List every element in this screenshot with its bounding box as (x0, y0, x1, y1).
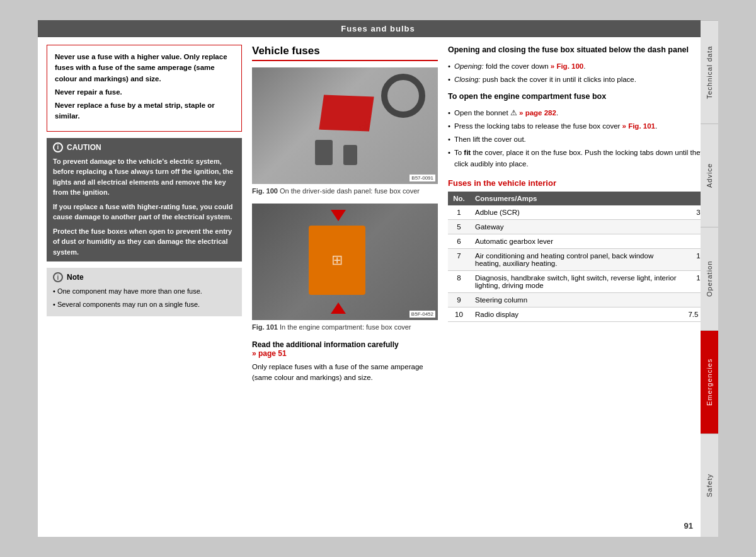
fig100-container: B57-0091 Fig. 100 On the driver-side das… (252, 67, 438, 196)
cell-no: 6 (448, 234, 470, 248)
engine-bullet-2: Press the locking tabs to release the fu… (448, 121, 709, 132)
table-row: 8Diagnosis, handbrake switch, light swit… (448, 270, 709, 292)
fig101-caption: Fig. 101 In the engine compartment: fuse… (252, 323, 438, 332)
note-box: i Note • One component may have more tha… (47, 268, 242, 316)
closing-text: push back the cover it in until it click… (483, 76, 636, 83)
tab-operation[interactable]: Operation (701, 227, 718, 330)
closing-prefix: Closing: (454, 76, 481, 83)
pedal-right-icon (343, 145, 357, 165)
fuses-interior-heading: Fuses in the vehicle interior (448, 178, 709, 188)
cell-consumer: Diagnosis, handbrake switch, light switc… (470, 270, 683, 292)
page-header: Fuses and bulbs (38, 20, 718, 37)
right-column: Opening and closing the fuse box situate… (448, 45, 709, 383)
fig100-caption-text: On the driver-side dash panel: fuse box … (280, 187, 420, 195)
engine-bullet-1: Open the bonnet ⚠ » page 282. (448, 108, 709, 118)
opening-bullet: Opening: fold the cover down » Fig. 100. (448, 61, 709, 72)
col-no: No. (448, 192, 470, 205)
read-more-section: Read the additional information carefull… (252, 340, 438, 358)
opening-closing-list: Opening: fold the cover down » Fig. 100.… (448, 61, 709, 86)
table-row: 9Steering column5 (448, 292, 709, 307)
fig100-link[interactable]: » Fig. 100 (551, 62, 583, 70)
table-row: 6Automatic gearbox lever5 (448, 234, 709, 248)
cell-no: 7 (448, 248, 470, 270)
tab-safety[interactable]: Safety (701, 434, 718, 537)
opening-closing-title: Opening and closing the fuse box situate… (448, 45, 709, 56)
fusebox-icon: ⊞ (331, 252, 343, 268)
cell-no: 9 (448, 292, 470, 307)
fig100-bsn: B57-0091 (410, 175, 435, 181)
arrow-up-icon (331, 302, 346, 314)
page-container: Fuses and bulbs Never use a fuse with a … (38, 20, 718, 537)
fig100-label: Fig. 100 (252, 187, 278, 195)
warning-bullet-1: Never use a fuse with a higher value. On… (55, 52, 234, 84)
header-title: Fuses and bulbs (341, 24, 415, 33)
vehicle-fuses-title: Vehicle fuses (252, 45, 438, 61)
fig101-bsn: B5F-0452 (410, 311, 435, 318)
page-body: Never use a fuse with a higher value. On… (38, 37, 718, 391)
middle-column: Vehicle fuses B57-0091 (252, 45, 438, 383)
fuse-table-body: 1Adblue (SCR)305Gateway56Automatic gearb… (448, 205, 709, 322)
body-text: Only replace fuses with a fuse of the sa… (252, 362, 438, 384)
warning-bullet-3: Never replace a fuse by a metal strip, s… (55, 100, 234, 122)
warning-box: Never use a fuse with a higher value. On… (47, 45, 242, 132)
note-p2: • Several components may run on a single… (53, 299, 236, 310)
note-title: i Note (53, 272, 236, 282)
table-row: 7Air conditioning and heating control pa… (448, 248, 709, 270)
cell-consumer: Automatic gearbox lever (470, 234, 683, 248)
cell-no: 1 (448, 205, 470, 220)
caution-box: i CAUTION To prevent damage to the vehic… (47, 138, 242, 262)
table-row: 5Gateway5 (448, 219, 709, 234)
engine-box-title: To open the engine compartment fuse box (448, 91, 709, 103)
arrow-down-icon (331, 210, 346, 221)
table-row: 10Radio display7.5 » (448, 307, 709, 321)
cell-consumer: Radio display (470, 307, 683, 321)
caution-label: CAUTION (67, 143, 101, 152)
cell-consumer: Adblue (SCR) (470, 205, 683, 220)
caution-p3: Protect the fuse boxes when open to prev… (53, 226, 236, 258)
opening-text: fold the cover down (486, 62, 551, 70)
table-header-row: No. Consumers/Amps (448, 192, 709, 205)
caution-title: i CAUTION (53, 142, 236, 152)
fig101-image: ⊞ B5F-0452 (252, 204, 438, 320)
fig100-caption: Fig. 100 On the driver-side dash panel: … (252, 187, 438, 196)
red-fuse-highlight (319, 95, 374, 132)
caution-p2: If you replace a fuse with higher-rating… (53, 202, 236, 222)
note-label: Note (67, 273, 84, 282)
cell-consumer: Gateway (470, 219, 683, 234)
opening-period: . (583, 62, 585, 70)
page-number: 91 (684, 521, 693, 531)
fig100-image: B57-0091 (252, 67, 438, 184)
fig101-label: Fig. 101 (252, 323, 278, 331)
note-p1: • One component may have more than one f… (53, 286, 236, 297)
left-column: Never use a fuse with a higher value. On… (47, 45, 242, 383)
read-more-label: Read the additional information carefull… (252, 340, 399, 349)
cell-consumer: Air conditioning and heating control pan… (470, 248, 683, 270)
note-icon: i (53, 272, 63, 282)
fuse-table: No. Consumers/Amps 1Adblue (SCR)305Gatew… (448, 192, 709, 322)
fig101-container: ⊞ B5F-0452 Fig. 101 In the engine compar… (252, 204, 438, 332)
page282-link[interactable]: » page 282 (519, 109, 556, 117)
tab-emergencies[interactable]: Emergencies (701, 330, 718, 434)
caution-icon: i (53, 142, 63, 152)
opening-prefix: Opening: (454, 62, 484, 70)
fig101-background: ⊞ B5F-0452 (252, 204, 438, 320)
read-more-link[interactable]: » page 51 (252, 349, 287, 358)
caution-p1: To prevent damage to the vehicle's elect… (53, 156, 236, 198)
engine-bullet-4: To fit the cover, place it on the fuse b… (448, 147, 709, 169)
cell-no: 10 (448, 307, 470, 321)
tab-technical-data[interactable]: Technical data (701, 20, 718, 123)
engine-bullet-3: Then lift the cover out. (448, 134, 709, 145)
cell-no: 5 (448, 219, 470, 234)
fig100-background: B57-0091 (252, 67, 438, 184)
cell-consumer: Steering column (470, 292, 683, 307)
steering-wheel-icon (381, 74, 425, 118)
pedal-left-icon (315, 140, 333, 165)
tab-advice[interactable]: Advice (701, 123, 718, 227)
side-tabs: Technical data Advice Operation Emergenc… (701, 20, 718, 537)
fig101-link[interactable]: » Fig. 101 (622, 122, 655, 130)
cell-no: 8 (448, 270, 470, 292)
engine-box-list: Open the bonnet ⚠ » page 282. Press the … (448, 108, 709, 169)
orange-fusebox: ⊞ (309, 226, 365, 295)
col-consumers: Consumers/Amps (470, 192, 683, 205)
fig101-caption-text: In the engine compartment: fuse box cove… (280, 323, 411, 331)
